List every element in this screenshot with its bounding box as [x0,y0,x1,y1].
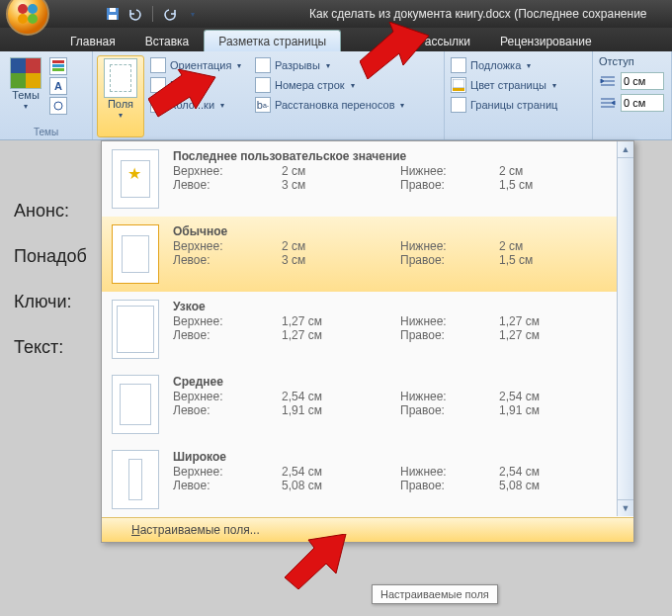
svg-marker-15 [285,534,346,589]
preset-title: Широкое [173,450,624,464]
custom-margins-button[interactable]: Настраиваемые поля... [102,517,633,542]
qat-customize-icon[interactable]: ▾ [185,7,201,23]
theme-mini-buttons: A [49,57,67,115]
indent-left-icon [599,74,617,88]
svg-rect-7 [52,60,64,63]
chevron-down-icon: ▾ [326,61,330,70]
group-label-themes: Темы [0,127,92,137]
hyphenation-icon: ba- [255,97,271,113]
svg-marker-13 [360,22,429,79]
svg-marker-14 [148,69,215,117]
themes-button[interactable]: Темы ▾ [6,57,45,115]
svg-point-10 [54,102,62,110]
tab-insert[interactable]: Вставка [130,30,205,51]
gallery-scrollbar[interactable]: ▲ ▼ [617,141,633,516]
scroll-down-icon[interactable]: ▼ [618,499,633,516]
group-themes: Темы ▾ A Темы [0,51,93,139]
gallery-item-narrow[interactable]: Узкое Верхнее:1,27 смНижнее:1,27 см Лево… [102,292,633,367]
watermark-icon [451,57,466,73]
indent-right-row [599,94,665,112]
document-body: Анонс: Понадоб Ключи: Текст: [14,188,87,370]
indent-left-input[interactable] [621,72,664,90]
tab-home[interactable]: Главная [55,30,130,51]
margins-button[interactable]: Поля ▾ [97,55,144,137]
qat-separator [152,6,153,22]
svg-rect-11 [453,79,464,88]
page-borders-button[interactable]: Границы страниц [451,97,586,113]
chevron-down-icon: ▾ [220,101,224,110]
quick-access-toolbar: ▾ [105,6,201,23]
page-color-icon [451,77,466,93]
chevron-down-icon: ▾ [237,61,241,70]
preset-title: Последнее пользовательское значение [173,149,624,163]
tooltip: Настраиваемые поля [372,584,498,604]
group-paragraph: Отступ [593,51,672,139]
window-title: Как сделать из документа книгу.docx (Пос… [309,7,647,21]
hyphenation-button[interactable]: ba-Расстановка переносов▾ [255,97,404,113]
chevron-down-icon: ▾ [24,102,28,111]
margins-gallery: ▲ ▼ ★ Последнее пользовательское значени… [101,140,634,543]
line-numbers-icon [255,77,271,93]
tab-review[interactable]: Рецензирование [485,30,607,51]
star-icon: ★ [127,164,141,183]
ribbon: Темы ▾ A Темы Поля ▾ Ориентация▾ Р...ер▾… [0,51,672,140]
line-numbers-button[interactable]: Номера строк▾ [255,77,404,93]
chevron-down-icon: ▾ [552,81,556,90]
themes-icon [10,57,42,89]
svg-point-0 [18,4,28,14]
gallery-item-last-custom[interactable]: ★ Последнее пользовательское значение Ве… [102,141,633,217]
office-logo-icon [16,2,40,26]
gallery-item-normal[interactable]: Обычное Верхнее:2 смНижнее:2 см Левое:3 … [102,217,633,292]
svg-rect-5 [109,15,117,20]
preset-title: Среднее [173,375,624,389]
annotation-arrow-1 [360,22,429,79]
margins-icon [104,58,137,98]
margin-preset-icon [112,375,159,434]
watermark-button[interactable]: Подложка▾ [451,57,586,73]
preset-title: Узкое [173,300,624,313]
ribbon-tabs: Главная Вставка Разметка страницы ......… [0,28,672,51]
preset-title: Обычное [173,224,624,238]
indent-label: Отступ [599,55,665,67]
margin-preset-icon: ★ [112,149,159,209]
tab-page-layout[interactable]: Разметка страницы [204,30,341,51]
breaks-icon [255,57,271,73]
chevron-down-icon: ▾ [351,81,355,90]
annotation-arrow-3 [285,534,348,589]
page-borders-icon [451,97,466,113]
chevron-down-icon: ▾ [119,111,123,120]
theme-fonts-button[interactable]: A [49,77,67,95]
svg-rect-6 [110,8,116,12]
margins-label: Поля [108,98,133,110]
svg-point-1 [28,4,38,14]
indent-right-input[interactable] [621,94,664,112]
doc-line: Ключи: [14,279,87,324]
titlebar: ▾ Как сделать из документа книгу.docx (П… [0,0,672,28]
save-icon[interactable] [105,6,121,22]
indent-left-row [599,72,665,90]
page-color-button[interactable]: Цвет страницы▾ [451,77,586,93]
margin-preset-icon [112,300,159,359]
custom-margins-label: астраиваемые поля... [140,523,260,537]
theme-effects-button[interactable] [49,97,67,115]
svg-point-3 [28,14,38,24]
themes-label: Темы [12,89,40,101]
doc-line: Текст: [14,324,87,370]
svg-rect-8 [52,64,64,67]
gallery-item-medium[interactable]: Среднее Верхнее:2,54 смНижнее:2,54 см Ле… [102,367,633,442]
gallery-item-wide[interactable]: Широкое Верхнее:2,54 смНижнее:2,54 см Ле… [102,442,633,517]
svg-rect-12 [453,88,464,91]
indent-right-icon [599,96,617,110]
chevron-down-icon: ▾ [527,61,531,70]
custom-margins-accel: Н [131,523,140,537]
margin-preset-icon [112,224,159,284]
theme-colors-button[interactable] [49,57,67,75]
undo-icon[interactable] [126,6,142,22]
group-page-background: Подложка▾ Цвет страницы▾ Границы страниц [445,51,593,139]
scroll-up-icon[interactable]: ▲ [618,141,633,158]
redo-icon[interactable] [163,6,179,22]
svg-rect-9 [52,68,64,71]
doc-line: Анонс: [14,188,87,233]
doc-line: Понадоб [14,233,87,279]
margin-preset-icon [112,450,159,509]
